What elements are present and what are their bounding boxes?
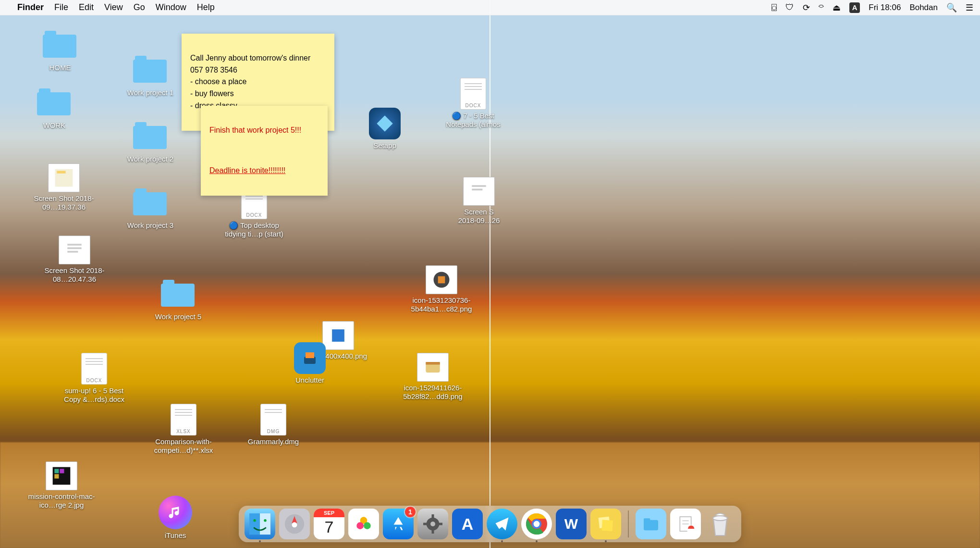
folder-work-project-5[interactable]: Work project 5 bbox=[147, 284, 209, 321]
sticky-note-text: Finish that work project 5!!! bbox=[209, 125, 319, 137]
file-screenshot-2[interactable]: Screen Shot 2018-08…20.47.36 bbox=[43, 236, 106, 284]
svg-rect-15 bbox=[54, 469, 59, 473]
folder-work[interactable]: WORK bbox=[23, 92, 86, 130]
file-xlsx-comparison[interactable]: XLSX Comparison-with-competi…d)**.xlsx bbox=[140, 404, 227, 455]
file-label: icon-1531230736-5b44ba1…c82.png bbox=[401, 296, 482, 313]
xlsx-icon: XLSX bbox=[171, 404, 196, 436]
setapp-icon bbox=[369, 108, 401, 139]
file-label: sum-up! 6 - 5 Best Copy &…rds).docx bbox=[56, 386, 133, 404]
svg-point-29 bbox=[364, 522, 371, 529]
svg-point-23 bbox=[253, 519, 256, 522]
dock-launchpad[interactable] bbox=[279, 509, 310, 539]
unclutter-icon bbox=[294, 342, 326, 374]
eject-icon[interactable]: ⏏ bbox=[833, 2, 841, 13]
menu-window[interactable]: Window bbox=[156, 2, 186, 12]
menubar-user[interactable]: Bohdan bbox=[909, 3, 938, 12]
file-label: 🔵 7 - 5 Best Notepads (almos bbox=[437, 112, 509, 129]
folder-home[interactable]: HOME bbox=[29, 35, 91, 72]
file-docx-notepads[interactable]: DOCX 🔵 7 - 5 Best Notepads (almos bbox=[437, 78, 509, 129]
dock-finder[interactable] bbox=[245, 509, 275, 539]
file-dmg-grammarly[interactable]: DMG Grammarly.dmg bbox=[242, 404, 305, 446]
svg-rect-22 bbox=[260, 513, 270, 535]
sticky-note-deadline: Deadline is tonite!!!!!!!! bbox=[209, 165, 319, 177]
dock-trash[interactable] bbox=[705, 509, 735, 539]
file-png-3[interactable]: icon-1529411626-5b28f82…dd9.png bbox=[392, 353, 474, 401]
svg-point-24 bbox=[264, 519, 267, 522]
input-source-badge[interactable]: A bbox=[849, 2, 860, 13]
file-label: 🔵 Top desktop tidying ti…p (start) bbox=[218, 221, 290, 238]
svg-rect-42 bbox=[644, 518, 650, 522]
folder-icon bbox=[161, 284, 195, 307]
notifications-icon[interactable]: ☰ bbox=[966, 2, 973, 13]
file-docx-sumup[interactable]: DOCX sum-up! 6 - 5 Best Copy &…rds).docx bbox=[56, 353, 133, 404]
calendar-day: 7 bbox=[325, 518, 334, 536]
image-thumbnail-icon bbox=[426, 265, 457, 294]
svg-rect-1 bbox=[57, 171, 65, 174]
dock-word[interactable]: W bbox=[556, 509, 587, 539]
file-label: Comparison-with-competi…d)**.xlsx bbox=[140, 437, 227, 455]
image-thumbnail-icon bbox=[463, 177, 495, 206]
menu-view[interactable]: View bbox=[104, 2, 123, 12]
folder-icon bbox=[43, 35, 76, 58]
dock-stickies[interactable] bbox=[590, 509, 621, 539]
dock-calendar[interactable]: SEP 7 bbox=[314, 509, 344, 539]
sticky-note-text: Call Jenny about tomorrow's dinner 057 9… bbox=[190, 52, 326, 112]
app-label: iTunes bbox=[165, 531, 186, 539]
svg-rect-6 bbox=[470, 183, 488, 200]
app-setapp[interactable]: Setapp bbox=[354, 108, 416, 150]
app-label: Setapp bbox=[373, 141, 396, 150]
itunes-icon bbox=[159, 496, 192, 529]
file-screenshot-3[interactable]: Screen S 2018-09…26 bbox=[457, 177, 501, 225]
svg-rect-4 bbox=[67, 248, 81, 249]
menu-edit[interactable]: Edit bbox=[79, 2, 94, 12]
dock-appstore[interactable]: 1 bbox=[383, 509, 414, 539]
folder-icon bbox=[133, 60, 167, 83]
dmg-icon: DMG bbox=[260, 404, 286, 436]
svg-rect-17 bbox=[54, 474, 59, 478]
menu-go[interactable]: Go bbox=[134, 2, 145, 12]
folder-work-project-3[interactable]: Work project 3 bbox=[119, 192, 182, 230]
file-label: icon-1529411626-5b28f82…dd9.png bbox=[392, 384, 474, 401]
image-thumbnail-icon bbox=[48, 163, 80, 192]
svg-rect-13 bbox=[426, 362, 440, 365]
menubar-clock[interactable]: Fri 18:06 bbox=[869, 3, 901, 12]
svg-rect-21 bbox=[249, 513, 260, 535]
file-label: Screen S 2018-09…26 bbox=[457, 208, 501, 225]
svg-rect-7 bbox=[472, 185, 486, 187]
file-screenshot-1[interactable]: Screen Shot 2018-09…19.37.36 bbox=[33, 163, 95, 212]
folder-work-project-2[interactable]: Work project 2 bbox=[119, 126, 182, 163]
svg-rect-5 bbox=[67, 251, 78, 253]
folder-label: Work project 5 bbox=[155, 312, 201, 321]
menu-help[interactable]: Help bbox=[197, 2, 215, 12]
sticky-note-2[interactable]: Finish that work project 5!!! Deadline i… bbox=[201, 106, 328, 196]
dock-photos[interactable] bbox=[348, 509, 379, 539]
file-jpg-mission-control[interactable]: mission-control-mac-ico…rge 2.jpg bbox=[23, 461, 100, 510]
wifi-icon[interactable]: ⌔ bbox=[819, 2, 824, 12]
menubar-app-name[interactable]: Finder bbox=[17, 2, 44, 12]
spotlight-icon[interactable]: 🔍 bbox=[946, 2, 957, 13]
folder-icon bbox=[37, 92, 71, 115]
sync-icon[interactable]: ⟳ bbox=[803, 2, 810, 13]
app-unclutter[interactable]: Unclutter bbox=[279, 342, 341, 385]
svg-rect-20 bbox=[306, 352, 314, 358]
svg-rect-2 bbox=[66, 241, 84, 259]
dock-system-preferences[interactable] bbox=[417, 509, 448, 539]
shield-icon[interactable]: 🛡 bbox=[785, 2, 794, 12]
file-label: Screen Shot 2018-08…20.47.36 bbox=[43, 266, 106, 284]
dock-chrome[interactable] bbox=[521, 509, 552, 539]
dock-app-a[interactable]: A bbox=[452, 509, 483, 539]
svg-rect-11 bbox=[332, 329, 344, 342]
dock-downloads-folder[interactable] bbox=[636, 509, 666, 539]
dropbox-icon[interactable]: ⌼ bbox=[772, 2, 777, 12]
image-thumbnail-icon bbox=[417, 353, 449, 382]
dock-documents-stack[interactable] bbox=[670, 509, 701, 539]
menubar: Finder File Edit View Go Window Help ⌼ 🛡… bbox=[0, 0, 980, 15]
dock-telegram[interactable] bbox=[487, 509, 517, 539]
svg-point-47 bbox=[713, 516, 727, 521]
app-itunes-desktop[interactable]: iTunes bbox=[159, 496, 192, 539]
folder-work-project-1[interactable]: Work project 1 bbox=[119, 60, 182, 97]
file-png-1[interactable]: icon-1531230736-5b44ba1…c82.png bbox=[401, 265, 482, 313]
menu-file[interactable]: File bbox=[54, 2, 68, 12]
folder-icon bbox=[133, 126, 167, 149]
svg-point-26 bbox=[292, 522, 297, 527]
